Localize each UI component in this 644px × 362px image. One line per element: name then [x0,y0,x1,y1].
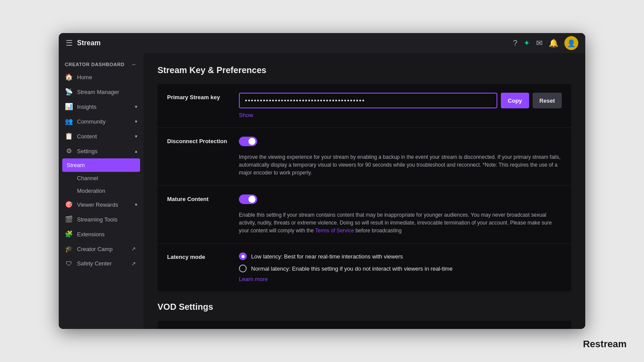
app-window: ☰ Stream ? ✦ ✉ 🔔 👤 CREATOR DASHBOARD ← 🏠… [59,33,585,329]
disconnect-protection-toggle[interactable] [239,137,257,146]
stream-key-input-wrap: Copy Reset [239,93,562,108]
community-icon: 👥 [65,117,73,125]
latency-low-option[interactable]: Low latency: Best for near real-time int… [239,252,562,260]
mature-content-toggle[interactable] [239,194,257,204]
sidebar: CREATOR DASHBOARD ← 🏠 Home 📡 Stream Mana… [59,53,144,329]
sidebar-item-content[interactable]: 📋 Content ▾ [59,129,144,144]
latency-normal-option[interactable]: Normal latency: Enable this setting if y… [239,265,562,272]
hamburger-icon[interactable]: ☰ [66,38,73,48]
mail-icon[interactable]: ✉ [536,38,543,48]
mature-content-control: Enable this setting if your stream conta… [239,194,562,235]
home-icon: 🏠 [65,73,73,81]
stream-manager-icon: 📡 [65,88,73,96]
sidebar-item-stream-manager[interactable]: 📡 Stream Manager [59,84,144,99]
disconnect-protection-label: Disconnect Protection [167,137,239,144]
avatar[interactable]: 👤 [564,36,578,50]
sparkle-icon[interactable]: ✦ [523,38,530,48]
disconnect-protection-control: Improve the viewing experience for your … [239,137,562,177]
content-area: Stream Key & Preferences Primary Stream … [144,53,585,329]
disconnect-protection-desc: Improve the viewing experience for your … [239,153,562,177]
sidebar-item-viewer-rewards[interactable]: 🎯 Viewer Rewards ▾ [59,197,144,212]
latency-mode-row: Latency mode Low latency: Best for near … [158,244,571,292]
titlebar-right: ? ✦ ✉ 🔔 👤 [513,36,578,50]
copy-button[interactable]: Copy [501,93,529,108]
settings-icon: ⚙ [65,147,73,155]
sidebar-item-creator-camp[interactable]: 🎓 Creator Camp ↗ [59,241,144,256]
reset-button[interactable]: Reset [533,93,562,108]
sidebar-item-streaming-tools[interactable]: 🎬 Streaming Tools [59,212,144,227]
streaming-tools-icon: 🎬 [65,215,73,223]
sidebar-item-safety-center[interactable]: 🛡 Safety Center ↗ [59,256,144,271]
sidebar-item-community[interactable]: 👥 Community ▾ [59,114,144,129]
disconnect-protection-row: Disconnect Protection Improve the viewin… [158,128,571,186]
stream-key-label: Primary Stream key [167,93,239,101]
mature-content-label: Mature Content [167,194,239,202]
safety-center-icon: 🛡 [65,260,73,267]
vod-settings-title: VOD Settings [158,302,571,312]
vod-settings-card: Store past broadcasts Automatically save… [158,321,571,329]
content-chevron: ▾ [135,134,138,139]
latency-radio-group: Low latency: Best for near real-time int… [239,252,562,272]
show-link[interactable]: Show [239,112,253,118]
sidebar-subitem-stream[interactable]: Stream [62,158,140,172]
stream-key-input[interactable] [239,93,497,108]
sidebar-item-extensions[interactable]: 🧩 Extensions [59,227,144,241]
viewer-rewards-chevron: ▾ [135,202,138,208]
main-body: CREATOR DASHBOARD ← 🏠 Home 📡 Stream Mana… [59,53,585,329]
latency-mode-control: Low latency: Best for near real-time int… [239,252,562,283]
notification-icon[interactable]: 🔔 [549,38,558,48]
sidebar-collapse-icon[interactable]: ← [131,61,138,68]
safety-center-external-icon: ↗ [130,261,138,267]
stream-key-row: Primary Stream key Copy Reset Show [158,84,571,128]
latency-normal-radio[interactable] [239,265,247,272]
sidebar-subitem-channel[interactable]: Channel [59,172,144,184]
titlebar-left: ☰ Stream [66,38,101,48]
terms-of-service-link[interactable]: Terms of Service [315,228,354,234]
latency-mode-label: Latency mode [167,252,239,260]
stream-key-card: Primary Stream key Copy Reset Show Disco… [158,84,571,292]
mature-content-row: Mature Content Enable this setting if yo… [158,186,571,244]
latency-low-radio[interactable] [239,252,247,260]
sidebar-item-settings[interactable]: ⚙ Settings ▴ [59,144,144,158]
creator-camp-icon: 🎓 [65,245,73,253]
content-icon: 📋 [65,132,73,140]
viewer-rewards-icon: 🎯 [65,201,73,208]
restream-watermark: Restream [583,339,627,350]
sidebar-item-insights[interactable]: 📊 Insights ▾ [59,99,144,114]
store-broadcasts-row: Store past broadcasts Automatically save… [158,321,571,329]
community-chevron: ▾ [135,119,138,124]
latency-learn-more-link[interactable]: Learn more [239,276,268,282]
help-icon[interactable]: ? [513,39,517,48]
extensions-icon: 🧩 [65,230,73,238]
insights-chevron: ▾ [135,104,138,110]
page-title: Stream Key & Preferences [158,65,571,75]
sidebar-subitem-moderation[interactable]: Moderation [59,184,144,197]
mature-content-desc: Enable this setting if your stream conta… [239,211,562,235]
stream-key-control: Copy Reset Show [239,93,562,119]
settings-chevron: ▴ [135,148,138,154]
titlebar-title: Stream [77,39,101,47]
creator-camp-external-icon: ↗ [130,246,138,252]
sidebar-section-label: CREATOR DASHBOARD ← [59,58,144,70]
titlebar: ☰ Stream ? ✦ ✉ 🔔 👤 [59,33,585,53]
sidebar-item-home[interactable]: 🏠 Home [59,70,144,84]
insights-icon: 📊 [65,103,73,111]
